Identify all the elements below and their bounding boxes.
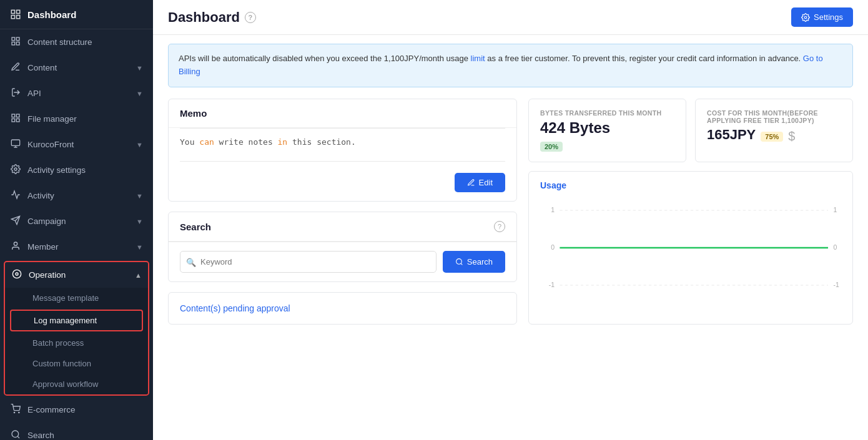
submenu-label: Message template xyxy=(32,293,99,303)
chevron-down-icon: ▼ xyxy=(136,90,143,97)
member-icon xyxy=(10,241,21,253)
sidebar-item-label: Activity xyxy=(27,191,54,200)
chevron-down-icon: ▼ xyxy=(136,218,143,225)
svg-rect-8 xyxy=(12,114,15,117)
sidebar-item-label: API xyxy=(27,89,41,98)
sidebar-item-kurocofront[interactable]: KurocoFront ▼ xyxy=(0,132,153,157)
search-body: 🔍 Search xyxy=(169,242,516,281)
sidebar-item-label: Operation xyxy=(29,270,66,280)
settings-button[interactable]: Settings xyxy=(791,7,853,27)
memo-content: You can write notes in this section. xyxy=(180,129,505,162)
search-btn-icon xyxy=(455,258,463,266)
search-card-header: Search ? xyxy=(169,212,516,242)
svg-rect-5 xyxy=(16,37,19,41)
operation-icon xyxy=(11,269,22,281)
submenu-label: Log management xyxy=(34,316,97,325)
content-area: Memo You can write notes in this section… xyxy=(153,87,868,336)
help-icon[interactable]: ? xyxy=(245,12,256,23)
sidebar-item-member[interactable]: Member ▼ xyxy=(0,234,153,260)
settings-label: Settings xyxy=(814,12,843,22)
submenu-label: Approval workflow xyxy=(32,379,99,389)
dashboard-title: Dashboard xyxy=(168,9,240,26)
content-icon xyxy=(10,62,21,74)
svg-rect-0 xyxy=(11,10,14,13)
svg-point-19 xyxy=(12,431,19,438)
search-button[interactable]: Search xyxy=(443,251,505,273)
chevron-down-icon: ▼ xyxy=(136,243,143,251)
api-icon xyxy=(10,87,21,99)
svg-text:1: 1 xyxy=(833,207,837,213)
svg-rect-11 xyxy=(16,119,19,122)
sidebar-item-content[interactable]: Content ▼ xyxy=(0,55,153,81)
campaign-icon xyxy=(10,215,21,227)
svg-text:-1: -1 xyxy=(833,281,839,288)
sidebar-item-content-structure[interactable]: Content structure xyxy=(0,29,153,55)
svg-rect-9 xyxy=(16,114,19,117)
svg-text:1: 1 xyxy=(551,207,555,213)
svg-point-16 xyxy=(16,273,18,275)
chevron-down-icon: ▼ xyxy=(136,141,143,149)
sidebar-item-label: Content xyxy=(27,63,57,72)
cost-value: 165JPY xyxy=(707,127,756,143)
sidebar-sub-item-log-management[interactable]: Log management xyxy=(11,311,142,330)
edit-icon xyxy=(467,178,475,187)
bytes-stat-card: BYTES TRANSFERRED THIS MONTH 424 Bytes 2… xyxy=(528,99,686,162)
kurocofront-icon xyxy=(10,139,21,150)
svg-rect-4 xyxy=(12,37,15,41)
svg-rect-2 xyxy=(11,16,14,19)
activity-icon xyxy=(10,190,21,202)
search-help-icon[interactable]: ? xyxy=(494,221,505,232)
sidebar-item-ecommerce[interactable]: E-commerce xyxy=(0,397,153,423)
search-card-title: Search xyxy=(180,222,211,232)
usage-card: Usage 1 0 -1 1 0 -1 xyxy=(528,171,853,325)
sidebar-sub-item-batch-process[interactable]: Batch process xyxy=(5,333,148,353)
alert-link-limit[interactable]: limit xyxy=(471,54,485,63)
left-column: Memo You can write notes in this section… xyxy=(168,99,517,325)
main-content: Dashboard ? Settings APIs will be automa… xyxy=(153,0,868,440)
svg-rect-1 xyxy=(17,10,20,13)
sidebar-item-activity-settings[interactable]: Activity settings xyxy=(0,157,153,183)
sidebar-item-file-manager[interactable]: File manager xyxy=(0,106,153,132)
bytes-badge: 20% xyxy=(540,142,563,152)
ecommerce-icon xyxy=(10,404,21,416)
alert-text1: APIs will be automatically disabled when… xyxy=(179,54,471,63)
pending-approval-link[interactable]: Content(s) pending approval xyxy=(180,303,290,313)
search-btn-label: Search xyxy=(467,257,493,266)
sidebar-item-campaign[interactable]: Campaign ▼ xyxy=(0,208,153,234)
sidebar-sub-item-approval-workflow[interactable]: Approval workflow xyxy=(5,374,148,394)
sidebar-item-operation[interactable]: Operation ▲ xyxy=(5,262,148,288)
sidebar-item-label: Member xyxy=(27,242,59,252)
sidebar-item-activity[interactable]: Activity ▼ xyxy=(0,183,153,208)
svg-point-14 xyxy=(14,242,17,245)
svg-point-15 xyxy=(12,270,21,278)
svg-point-13 xyxy=(14,168,17,170)
svg-point-17 xyxy=(14,412,14,413)
sidebar-item-label: KurocoFront xyxy=(27,140,74,149)
sidebar-item-label: Activity settings xyxy=(27,165,86,175)
edit-button[interactable]: Edit xyxy=(455,173,505,192)
sidebar-header[interactable]: Dashboard xyxy=(0,0,153,29)
svg-rect-10 xyxy=(12,119,15,122)
svg-rect-6 xyxy=(12,42,15,45)
stats-row: BYTES TRANSFERRED THIS MONTH 424 Bytes 2… xyxy=(528,99,853,162)
svg-point-20 xyxy=(804,16,807,19)
activity-settings-icon xyxy=(10,164,21,176)
svg-text:0: 0 xyxy=(833,244,837,251)
sidebar-item-api[interactable]: API ▼ xyxy=(0,81,153,106)
chevron-up-icon: ▲ xyxy=(135,271,142,279)
sidebar-item-label: File manager xyxy=(27,114,77,124)
sidebar-item-search[interactable]: Search xyxy=(0,423,153,440)
sidebar-item-label: Search xyxy=(27,431,54,440)
svg-point-18 xyxy=(19,412,19,413)
submenu-label: Custom function xyxy=(32,359,91,368)
search-sidebar-icon xyxy=(10,429,21,440)
cost-stat-card: COST FOR THIS MONTH(BEFORE APPLYING FREE… xyxy=(695,99,853,162)
usage-chart: 1 0 -1 1 0 -1 xyxy=(540,198,841,298)
usage-title: Usage xyxy=(540,180,841,190)
search-input[interactable] xyxy=(180,251,436,273)
sidebar-sub-item-custom-function[interactable]: Custom function xyxy=(5,353,148,374)
sidebar-item-label: E-commerce xyxy=(27,405,76,414)
sidebar-sub-item-message-template[interactable]: Message template xyxy=(5,288,148,308)
svg-rect-3 xyxy=(17,16,20,19)
settings-icon xyxy=(801,13,810,22)
